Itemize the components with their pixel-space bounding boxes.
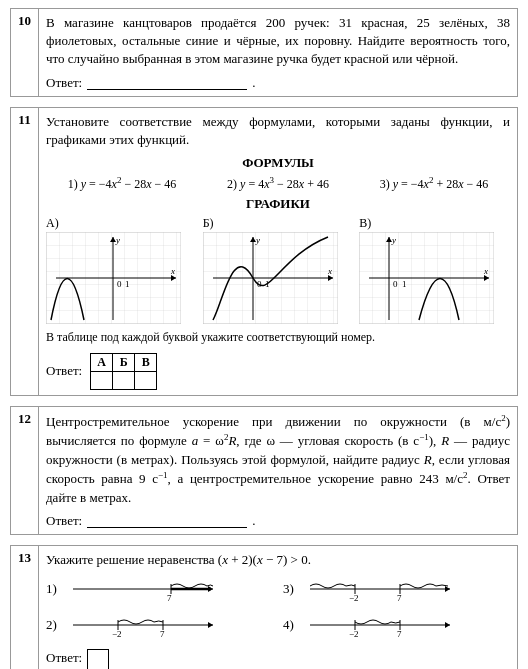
nl-pair-2: 2) −2 7 4)	[46, 611, 510, 639]
svg-marker-48	[445, 622, 450, 628]
table-cell-A[interactable]	[91, 371, 113, 389]
formulas-section: ФОРМУЛЫ 1) y = −4x2 − 28x − 46 2) y = 4x…	[46, 155, 510, 390]
nl-svg-2: −2 7	[63, 611, 223, 639]
answer-line-12: Ответ: .	[46, 513, 510, 529]
graph-label-B: Б)	[203, 216, 214, 231]
answer-blank-10[interactable]	[87, 76, 247, 90]
answer-line-10: Ответ: .	[46, 75, 510, 91]
nl-item-1: 1) 7	[46, 575, 273, 603]
graph-B: Б)	[203, 216, 354, 324]
problem-num-10: 10	[11, 9, 39, 96]
svg-text:0: 0	[393, 279, 398, 289]
graph-svg-A: x y 0 1	[46, 232, 181, 324]
formulas-title: ФОРМУЛЫ	[46, 155, 510, 171]
svg-text:x: x	[327, 266, 332, 276]
svg-text:y: y	[115, 235, 120, 245]
problem-body-12: Центростремительное ускорение при движен…	[39, 407, 517, 534]
formulas-row: 1) y = −4x2 − 28x − 46 2) y = 4x3 − 28x …	[46, 175, 510, 192]
svg-text:0: 0	[117, 279, 122, 289]
problem-body-13: Укажите решение неравенства (x + 2)(x − …	[39, 546, 517, 669]
problem-num-11: 11	[11, 108, 39, 395]
graph-label-C: В)	[359, 216, 371, 231]
svg-marker-36	[445, 586, 450, 592]
svg-text:y: y	[391, 235, 396, 245]
svg-text:x: x	[170, 266, 175, 276]
numberlines: 1) 7	[46, 575, 510, 639]
table-header-A: А	[91, 353, 113, 371]
graph-A: А)	[46, 216, 197, 324]
answer-line-13: Ответ:	[46, 645, 510, 669]
problem-body-10: В магазине канцтоваров продаётся 200 руч…	[39, 9, 517, 96]
graph-C: В)	[359, 216, 510, 324]
problem-text-13: Укажите решение неравенства (x + 2)(x − …	[46, 551, 510, 569]
nl-label-1: 1)	[46, 581, 58, 597]
table-cell-V[interactable]	[135, 371, 157, 389]
problem-12: 12 Центростремительное ускорение при дви…	[10, 406, 518, 535]
nl-svg-3: −2 7	[300, 575, 460, 603]
svg-text:−2: −2	[112, 629, 122, 639]
svg-text:1: 1	[402, 279, 407, 289]
table-note: В таблице под каждой буквой укажите соот…	[46, 330, 510, 345]
answer-label-12: Ответ:	[46, 513, 82, 529]
svg-text:1: 1	[125, 279, 130, 289]
nl-item-2: 2) −2 7	[46, 611, 273, 639]
graphs-title: ГРАФИКИ	[46, 196, 510, 212]
svg-text:7: 7	[397, 593, 402, 603]
nl-svg-4: −2 7	[300, 611, 460, 639]
problem-text-10: В магазине канцтоваров продаётся 200 руч…	[46, 14, 510, 69]
graphs-row: А)	[46, 216, 510, 324]
answer-label-11: Ответ:	[46, 363, 82, 379]
nl-item-4: 4) −2 7	[283, 611, 510, 639]
problem-13: 13 Укажите решение неравенства (x + 2)(x…	[10, 545, 518, 669]
graph-label-A: А)	[46, 216, 59, 231]
answer-box-13[interactable]	[87, 649, 109, 669]
nl-svg-1: 7	[63, 575, 223, 603]
answer-label-13: Ответ:	[46, 650, 82, 666]
answer-grid-11: А Б В	[90, 353, 157, 390]
formula-3: 3) y = −4x2 + 28x − 46	[358, 175, 510, 192]
svg-text:−2: −2	[349, 629, 359, 639]
problem-num-12: 12	[11, 407, 39, 534]
nl-item-3: 3) −2 7	[283, 575, 510, 603]
table-cell-B[interactable]	[113, 371, 135, 389]
svg-text:−2: −2	[349, 593, 359, 603]
formula-1: 1) y = −4x2 − 28x − 46	[46, 175, 198, 192]
nl-label-3: 3)	[283, 581, 295, 597]
svg-marker-42	[208, 622, 213, 628]
problem-10: 10 В магазине канцтоваров продаётся 200 …	[10, 8, 518, 97]
problem-body-11: Установите соответствие между формулами,…	[39, 108, 517, 395]
answer-blank-12[interactable]	[87, 514, 247, 528]
graph-svg-B: x y 0 1	[203, 232, 338, 324]
answer-label-10: Ответ:	[46, 75, 82, 91]
problem-text-11: Установите соответствие между формулами,…	[46, 113, 510, 149]
problem-text-12: Центростремительное ускорение при движен…	[46, 412, 510, 507]
table-header-V: В	[135, 353, 157, 371]
svg-text:y: y	[255, 235, 260, 245]
problem-num-13: 13	[11, 546, 39, 669]
svg-text:7: 7	[160, 629, 165, 639]
formula-2: 2) y = 4x3 − 28x + 46	[202, 175, 354, 192]
problem-11: 11 Установите соответствие между формула…	[10, 107, 518, 396]
nl-label-2: 2)	[46, 617, 58, 633]
svg-text:7: 7	[167, 593, 172, 603]
svg-text:7: 7	[397, 629, 402, 639]
answer-table-11: Ответ: А Б В	[46, 353, 510, 390]
svg-text:x: x	[483, 266, 488, 276]
nl-label-4: 4)	[283, 617, 295, 633]
nl-pair-1: 1) 7	[46, 575, 510, 603]
graph-svg-C: x y 0 1	[359, 232, 494, 324]
table-header-B: Б	[113, 353, 135, 371]
